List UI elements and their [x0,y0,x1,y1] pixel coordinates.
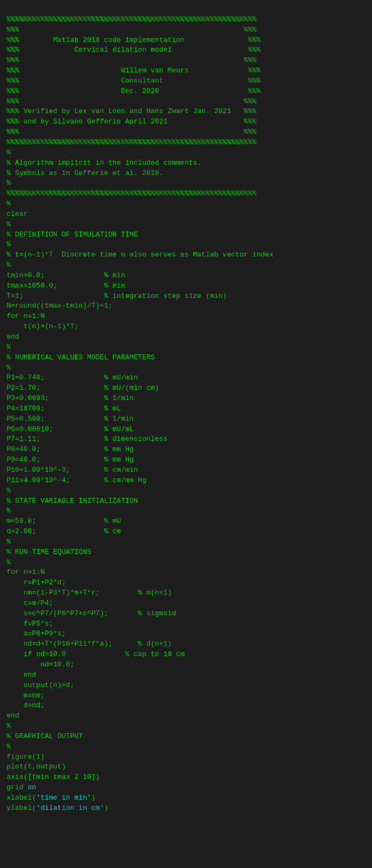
code-editor: %%%%%%%%%%%%%%%%%%%%%%%%%%%%%%%%%%%%%%%%… [7,4,365,824]
code-content: %%%%%%%%%%%%%%%%%%%%%%%%%%%%%%%%%%%%%%%%… [7,15,273,812]
